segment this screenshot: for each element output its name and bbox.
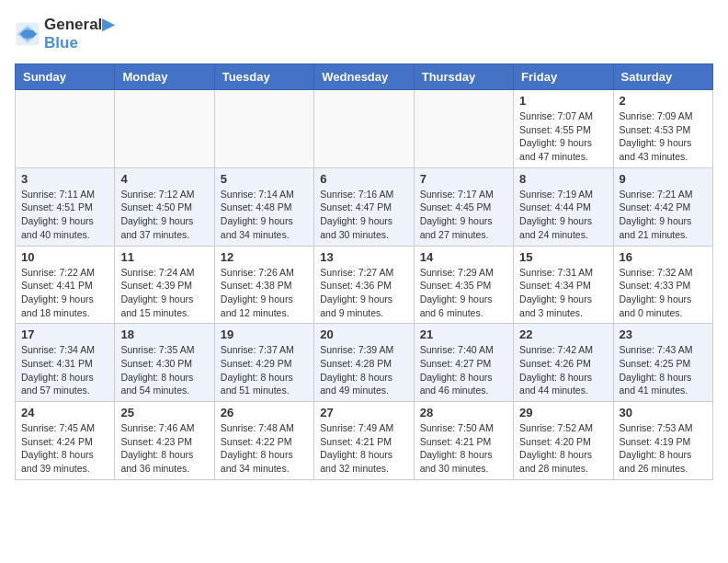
day-number: 21 — [420, 327, 507, 341]
calendar-cell — [314, 90, 414, 168]
day-info: Sunrise: 7:26 AM Sunset: 4:38 PM Dayligh… — [221, 266, 308, 320]
calendar-cell: 8Sunrise: 7:19 AM Sunset: 4:44 PM Daylig… — [514, 167, 613, 246]
calendar-cell: 24Sunrise: 7:45 AM Sunset: 4:24 PM Dayli… — [16, 402, 115, 480]
day-number: 25 — [120, 406, 208, 419]
calendar-cell: 30Sunrise: 7:53 AM Sunset: 4:19 PM Dayli… — [613, 402, 712, 480]
calendar-header-row: SundayMondayTuesdayWednesdayThursdayFrid… — [16, 64, 713, 90]
header-thursday: Thursday — [414, 64, 513, 90]
day-info: Sunrise: 7:17 AM Sunset: 4:45 PM Dayligh… — [420, 188, 507, 242]
calendar-cell: 23Sunrise: 7:43 AM Sunset: 4:25 PM Dayli… — [613, 324, 712, 402]
day-info: Sunrise: 7:21 AM Sunset: 4:42 PM Dayligh… — [620, 188, 707, 242]
day-number: 2 — [620, 94, 707, 108]
day-info: Sunrise: 7:11 AM Sunset: 4:51 PM Dayligh… — [21, 188, 108, 242]
header-tuesday: Tuesday — [214, 64, 313, 90]
day-number: 16 — [620, 250, 707, 264]
day-info: Sunrise: 7:29 AM Sunset: 4:35 PM Dayligh… — [420, 266, 507, 320]
calendar-cell: 20Sunrise: 7:39 AM Sunset: 4:28 PM Dayli… — [314, 324, 414, 402]
logo-text: General▶ Blue — [44, 15, 114, 52]
calendar-cell — [115, 90, 214, 168]
day-info: Sunrise: 7:16 AM Sunset: 4:47 PM Dayligh… — [320, 188, 407, 242]
header-sunday: Sunday — [16, 64, 115, 90]
day-info: Sunrise: 7:46 AM Sunset: 4:23 PM Dayligh… — [120, 421, 208, 476]
calendar-cell: 11Sunrise: 7:24 AM Sunset: 4:39 PM Dayli… — [115, 246, 214, 324]
day-number: 6 — [320, 172, 407, 186]
calendar-table: SundayMondayTuesdayWednesdayThursdayFrid… — [15, 63, 713, 480]
day-info: Sunrise: 7:32 AM Sunset: 4:33 PM Dayligh… — [620, 266, 707, 320]
day-number: 15 — [519, 250, 607, 264]
calendar-cell: 16Sunrise: 7:32 AM Sunset: 4:33 PM Dayli… — [613, 246, 712, 324]
day-info: Sunrise: 7:52 AM Sunset: 4:20 PM Dayligh… — [519, 421, 607, 476]
day-info: Sunrise: 7:09 AM Sunset: 4:53 PM Dayligh… — [620, 109, 707, 164]
day-info: Sunrise: 7:42 AM Sunset: 4:26 PM Dayligh… — [519, 343, 607, 397]
day-number: 28 — [420, 406, 507, 419]
day-number: 3 — [21, 172, 108, 186]
calendar-week-row: 3Sunrise: 7:11 AM Sunset: 4:51 PM Daylig… — [16, 167, 713, 246]
day-info: Sunrise: 7:37 AM Sunset: 4:29 PM Dayligh… — [221, 343, 308, 397]
calendar-cell: 5Sunrise: 7:14 AM Sunset: 4:48 PM Daylig… — [214, 167, 313, 246]
day-info: Sunrise: 7:22 AM Sunset: 4:41 PM Dayligh… — [21, 266, 108, 320]
logo-icon — [15, 21, 40, 47]
header-monday: Monday — [115, 64, 214, 90]
calendar-cell: 25Sunrise: 7:46 AM Sunset: 4:23 PM Dayli… — [115, 402, 214, 480]
day-number: 12 — [221, 250, 308, 264]
header-wednesday: Wednesday — [314, 64, 414, 90]
calendar-cell: 1Sunrise: 7:07 AM Sunset: 4:55 PM Daylig… — [514, 90, 613, 168]
calendar-cell: 12Sunrise: 7:26 AM Sunset: 4:38 PM Dayli… — [214, 246, 313, 324]
logo: General▶ Blue — [15, 15, 114, 52]
day-number: 19 — [221, 327, 308, 341]
day-info: Sunrise: 7:43 AM Sunset: 4:25 PM Dayligh… — [620, 343, 707, 397]
day-info: Sunrise: 7:07 AM Sunset: 4:55 PM Dayligh… — [519, 109, 607, 164]
day-number: 20 — [320, 327, 407, 341]
calendar-cell: 22Sunrise: 7:42 AM Sunset: 4:26 PM Dayli… — [514, 324, 613, 402]
header: General▶ Blue — [15, 15, 713, 52]
day-number: 7 — [420, 172, 507, 186]
calendar-week-row: 17Sunrise: 7:34 AM Sunset: 4:31 PM Dayli… — [16, 324, 713, 402]
day-number: 24 — [21, 406, 108, 419]
day-number: 10 — [21, 250, 108, 264]
day-number: 26 — [221, 406, 308, 419]
day-number: 1 — [519, 94, 607, 108]
day-info: Sunrise: 7:14 AM Sunset: 4:48 PM Dayligh… — [221, 188, 308, 242]
calendar-cell: 17Sunrise: 7:34 AM Sunset: 4:31 PM Dayli… — [16, 324, 115, 402]
day-info: Sunrise: 7:50 AM Sunset: 4:21 PM Dayligh… — [420, 421, 507, 476]
day-info: Sunrise: 7:49 AM Sunset: 4:21 PM Dayligh… — [320, 421, 407, 476]
day-info: Sunrise: 7:48 AM Sunset: 4:22 PM Dayligh… — [221, 421, 308, 476]
day-number: 30 — [620, 406, 707, 419]
calendar-cell: 6Sunrise: 7:16 AM Sunset: 4:47 PM Daylig… — [314, 167, 414, 246]
day-info: Sunrise: 7:12 AM Sunset: 4:50 PM Dayligh… — [120, 188, 208, 242]
day-number: 14 — [420, 250, 507, 264]
day-number: 11 — [120, 250, 208, 264]
calendar-cell — [214, 90, 313, 168]
calendar-cell: 19Sunrise: 7:37 AM Sunset: 4:29 PM Dayli… — [214, 324, 313, 402]
day-info: Sunrise: 7:27 AM Sunset: 4:36 PM Dayligh… — [320, 266, 407, 320]
day-number: 13 — [320, 250, 407, 264]
day-number: 5 — [221, 172, 308, 186]
calendar-cell: 9Sunrise: 7:21 AM Sunset: 4:42 PM Daylig… — [613, 167, 712, 246]
calendar-cell: 26Sunrise: 7:48 AM Sunset: 4:22 PM Dayli… — [214, 402, 313, 480]
day-number: 22 — [519, 327, 607, 341]
calendar-cell: 21Sunrise: 7:40 AM Sunset: 4:27 PM Dayli… — [414, 324, 513, 402]
header-friday: Friday — [514, 64, 613, 90]
day-info: Sunrise: 7:34 AM Sunset: 4:31 PM Dayligh… — [21, 343, 108, 397]
calendar-week-row: 1Sunrise: 7:07 AM Sunset: 4:55 PM Daylig… — [16, 90, 713, 168]
calendar-cell: 10Sunrise: 7:22 AM Sunset: 4:41 PM Dayli… — [16, 246, 115, 324]
calendar-cell: 18Sunrise: 7:35 AM Sunset: 4:30 PM Dayli… — [115, 324, 214, 402]
calendar-week-row: 24Sunrise: 7:45 AM Sunset: 4:24 PM Dayli… — [16, 402, 713, 480]
day-info: Sunrise: 7:53 AM Sunset: 4:19 PM Dayligh… — [620, 421, 707, 476]
day-info: Sunrise: 7:39 AM Sunset: 4:28 PM Dayligh… — [320, 343, 407, 397]
day-info: Sunrise: 7:31 AM Sunset: 4:34 PM Dayligh… — [519, 266, 607, 320]
calendar-cell: 15Sunrise: 7:31 AM Sunset: 4:34 PM Dayli… — [514, 246, 613, 324]
day-number: 29 — [519, 406, 607, 419]
calendar-cell: 13Sunrise: 7:27 AM Sunset: 4:36 PM Dayli… — [314, 246, 414, 324]
day-number: 23 — [620, 327, 707, 341]
day-info: Sunrise: 7:35 AM Sunset: 4:30 PM Dayligh… — [120, 343, 208, 397]
calendar-cell — [16, 90, 115, 168]
day-number: 27 — [320, 406, 407, 419]
day-info: Sunrise: 7:24 AM Sunset: 4:39 PM Dayligh… — [120, 266, 208, 320]
day-number: 4 — [120, 172, 208, 186]
calendar-cell: 27Sunrise: 7:49 AM Sunset: 4:21 PM Dayli… — [314, 402, 414, 480]
calendar-cell — [414, 90, 513, 168]
calendar-cell: 28Sunrise: 7:50 AM Sunset: 4:21 PM Dayli… — [414, 402, 513, 480]
day-number: 18 — [120, 327, 208, 341]
day-info: Sunrise: 7:19 AM Sunset: 4:44 PM Dayligh… — [519, 188, 607, 242]
